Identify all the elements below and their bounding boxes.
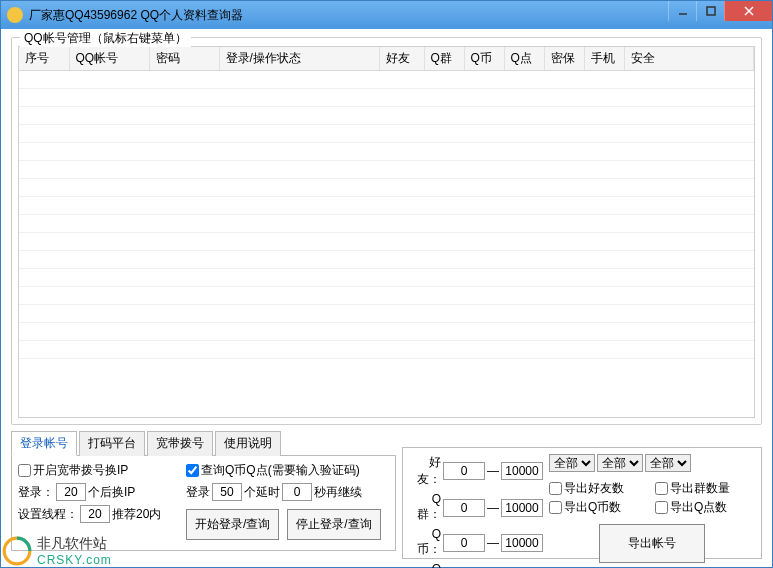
col-friends[interactable]: 好友 — [379, 47, 424, 71]
col-secret[interactable]: 密保 — [544, 47, 584, 71]
export-qd-checkbox[interactable]: 导出Q点数 — [655, 499, 755, 516]
login-interval-input[interactable] — [56, 483, 86, 501]
table-row[interactable] — [19, 71, 754, 89]
enable-dial-checkbox[interactable]: 开启宽带拨号换IP — [18, 462, 178, 479]
table-row[interactable] — [19, 143, 754, 161]
qb-max-input[interactable] — [501, 534, 543, 552]
export-qb-checkbox[interactable]: 导出Q币数 — [549, 499, 649, 516]
start-login-button[interactable]: 开始登录/查询 — [186, 509, 279, 540]
client-area: QQ帐号管理（鼠标右键菜单） 序号 QQ帐号 密码 登录/操作状态 好友 Q群 … — [1, 29, 772, 567]
app-icon — [7, 7, 23, 23]
table-row[interactable] — [19, 179, 754, 197]
delay-input[interactable] — [282, 483, 312, 501]
tab-login[interactable]: 登录帐号 — [11, 431, 77, 456]
col-qd[interactable]: Q点 — [504, 47, 544, 71]
login-count-input[interactable] — [212, 483, 242, 501]
maximize-button[interactable] — [696, 1, 724, 21]
qd-label: Q点： — [409, 562, 441, 568]
table-row[interactable] — [19, 89, 754, 107]
delay-prefix: 个延时 — [244, 484, 280, 501]
tab-dama[interactable]: 打码平台 — [79, 431, 145, 456]
login-count-prefix: 登录 — [186, 484, 210, 501]
table-row[interactable] — [19, 125, 754, 143]
filter-select-3[interactable]: 全部 — [645, 454, 691, 472]
filter-panel: 好友：— Q群：— Q币：— Q点：— 全部 全部 全部 导出好友数 导出群数量… — [402, 447, 762, 559]
table-row[interactable] — [19, 251, 754, 269]
col-groups[interactable]: Q群 — [424, 47, 464, 71]
filter-select-2[interactable]: 全部 — [597, 454, 643, 472]
table-row[interactable] — [19, 107, 754, 125]
table-row[interactable] — [19, 341, 754, 359]
login-prefix: 登录： — [18, 484, 54, 501]
account-groupbox: QQ帐号管理（鼠标右键菜单） 序号 QQ帐号 密码 登录/操作状态 好友 Q群 … — [11, 37, 762, 425]
table-row[interactable] — [19, 233, 754, 251]
app-window: 厂家惠QQ43596962 QQ个人资料查询器 QQ帐号管理（鼠标右键菜单） 序… — [0, 0, 773, 568]
bottom-area: 登录帐号 打码平台 宽带拨号 使用说明 开启宽带拨号换IP 登录： 个后换IP — [11, 431, 762, 559]
titlebar[interactable]: 厂家惠QQ43596962 QQ个人资料查询器 — [1, 1, 772, 29]
friends-label: 好友： — [409, 454, 441, 488]
table-row[interactable] — [19, 269, 754, 287]
thread-input[interactable] — [80, 505, 110, 523]
table-header-row: 序号 QQ帐号 密码 登录/操作状态 好友 Q群 Q币 Q点 密保 手机 安全 — [19, 47, 754, 71]
table-row[interactable] — [19, 287, 754, 305]
qb-label: Q币： — [409, 527, 441, 558]
col-qb[interactable]: Q币 — [464, 47, 504, 71]
stop-login-button[interactable]: 停止登录/查询 — [287, 509, 380, 540]
table-row[interactable] — [19, 161, 754, 179]
table-row[interactable] — [19, 215, 754, 233]
friends-max-input[interactable] — [501, 462, 543, 480]
account-table[interactable]: 序号 QQ帐号 密码 登录/操作状态 好友 Q群 Q币 Q点 密保 手机 安全 — [18, 46, 755, 418]
delay-suffix: 秒再继续 — [314, 484, 362, 501]
table-row[interactable] — [19, 305, 754, 323]
login-suffix: 个后换IP — [88, 484, 135, 501]
col-password[interactable]: 密码 — [149, 47, 219, 71]
table-row[interactable] — [19, 197, 754, 215]
window-buttons — [668, 1, 772, 21]
col-status[interactable]: 登录/操作状态 — [219, 47, 379, 71]
query-qb-checkbox[interactable]: 查询Q币Q点(需要输入验证码) — [186, 462, 389, 479]
thread-prefix: 设置线程： — [18, 506, 78, 523]
svg-rect-1 — [707, 7, 715, 15]
close-button[interactable] — [724, 1, 772, 21]
groups-min-input[interactable] — [443, 499, 485, 517]
col-phone[interactable]: 手机 — [584, 47, 624, 71]
col-index[interactable]: 序号 — [19, 47, 69, 71]
col-safe[interactable]: 安全 — [624, 47, 754, 71]
export-groups-checkbox[interactable]: 导出群数量 — [655, 480, 755, 497]
minimize-button[interactable] — [668, 1, 696, 21]
groupbox-legend: QQ帐号管理（鼠标右键菜单） — [20, 30, 191, 47]
groups-max-input[interactable] — [501, 499, 543, 517]
filter-select-1[interactable]: 全部 — [549, 454, 595, 472]
left-panel: 登录帐号 打码平台 宽带拨号 使用说明 开启宽带拨号换IP 登录： 个后换IP — [11, 431, 396, 559]
groups-label: Q群： — [409, 492, 441, 523]
tab-bar: 登录帐号 打码平台 宽带拨号 使用说明 — [11, 431, 396, 456]
export-button[interactable]: 导出帐号 — [599, 524, 705, 563]
table-row[interactable] — [19, 323, 754, 341]
tab-panel-login: 开启宽带拨号换IP 登录： 个后换IP 设置线程： 推荐20内 — [11, 455, 396, 551]
thread-suffix: 推荐20内 — [112, 506, 161, 523]
window-title: 厂家惠QQ43596962 QQ个人资料查询器 — [29, 7, 243, 24]
col-qq[interactable]: QQ帐号 — [69, 47, 149, 71]
tab-dial[interactable]: 宽带拨号 — [147, 431, 213, 456]
friends-min-input[interactable] — [443, 462, 485, 480]
tab-help[interactable]: 使用说明 — [215, 431, 281, 456]
export-friends-checkbox[interactable]: 导出好友数 — [549, 480, 649, 497]
qb-min-input[interactable] — [443, 534, 485, 552]
